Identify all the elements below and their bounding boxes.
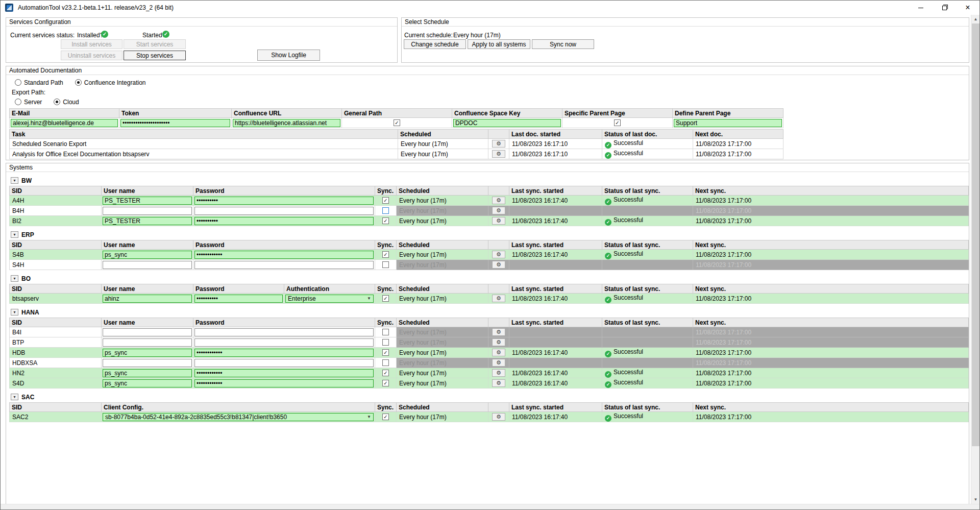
space-key-field[interactable] — [453, 119, 561, 127]
sync-checkbox[interactable]: ✓ — [382, 295, 389, 302]
sync-checkbox[interactable]: ✓ — [382, 380, 389, 386]
client-config-select[interactable]: sb-8077b4ba-0d52-41e4-892a-2c8835ed55c3!… — [103, 413, 374, 421]
group-name-bo: BO — [21, 275, 31, 282]
scroll-down-icon[interactable]: ▼ — [971, 495, 980, 504]
systems-group-toggle-bo: ▾BO — [11, 275, 969, 282]
sync-checkbox[interactable] — [382, 261, 389, 268]
sync-checkbox[interactable]: ✓ — [382, 197, 389, 204]
general-path-checkbox[interactable]: ✓ — [394, 119, 400, 126]
status-text: Successful — [614, 139, 643, 147]
last-doc-started-cell: 11/08/2023 16:17:10 — [509, 149, 602, 159]
collapse-button-erp[interactable]: ▾ — [11, 231, 18, 238]
sync-checkbox[interactable]: ✓ — [382, 370, 389, 376]
doc-task-row: Scheduled Scenario ExportEvery hour (17m… — [10, 139, 783, 149]
collapse-button-hana[interactable]: ▾ — [11, 309, 18, 315]
sync-checkbox[interactable] — [382, 329, 389, 335]
schedule-gear-button[interactable]: ⚙ — [492, 217, 505, 225]
password-input[interactable] — [194, 295, 283, 303]
stop-services-button[interactable]: Stop services — [124, 51, 186, 60]
sync-checkbox[interactable] — [382, 207, 389, 214]
confluence-integration-radio[interactable] — [75, 79, 82, 86]
password-input[interactable] — [194, 338, 374, 347]
sync-checkbox[interactable]: ✓ — [382, 251, 389, 258]
password-input[interactable] — [194, 197, 374, 205]
collapse-button-bw[interactable]: ▾ — [11, 177, 18, 184]
restore-button[interactable] — [933, 1, 956, 15]
sync-now-button[interactable]: Sync now — [532, 39, 594, 49]
username-input[interactable] — [103, 338, 192, 347]
username-input[interactable] — [103, 379, 192, 387]
sync-checkbox[interactable]: ✓ — [382, 414, 389, 420]
username-input[interactable] — [103, 359, 192, 367]
username-input[interactable] — [103, 328, 192, 336]
uninstall-services-button[interactable]: Uninstall services — [61, 51, 122, 60]
username-input[interactable] — [103, 207, 192, 215]
sync-checkbox[interactable]: ✓ — [382, 349, 389, 356]
change-schedule-button[interactable]: Change schedule — [404, 39, 466, 49]
specific-parent-page-checkbox[interactable]: ✓ — [614, 119, 621, 126]
username-input[interactable] — [103, 261, 192, 269]
schedule-gear-button[interactable]: ⚙ — [492, 338, 505, 346]
schedule-gear-button[interactable]: ⚙ — [492, 207, 505, 214]
password-input[interactable] — [194, 328, 374, 336]
parent-page-field[interactable] — [674, 119, 782, 127]
vertical-scrollbar[interactable]: ▲ ▼ — [971, 15, 979, 504]
sync-checkbox[interactable] — [382, 359, 389, 366]
start-services-button[interactable]: Start services — [124, 39, 186, 49]
collapse-button-bo[interactable]: ▾ — [11, 275, 18, 282]
scroll-up-icon[interactable]: ▲ — [971, 15, 980, 23]
password-input[interactable] — [194, 349, 374, 357]
schedule-gear-button[interactable]: ⚙ — [492, 261, 505, 269]
systems-group-toggle-erp: ▾ERP — [11, 231, 969, 238]
username-input[interactable] — [103, 197, 192, 205]
password-input[interactable] — [194, 369, 374, 377]
show-logfile-button[interactable]: Show Logfile — [257, 50, 320, 61]
schedule-gear-button[interactable]: ⚙ — [492, 413, 505, 421]
password-input[interactable] — [194, 379, 374, 387]
schedule-gear-button[interactable]: ⚙ — [492, 197, 505, 204]
username-input[interactable] — [103, 217, 192, 225]
horizontal-scrollbar[interactable] — [1, 504, 979, 509]
confluence-url-field[interactable] — [233, 119, 340, 127]
apply-to-all-systems-button[interactable]: Apply to all systems — [468, 39, 530, 49]
password-input[interactable] — [194, 207, 374, 215]
schedule-gear-button[interactable]: ⚙ — [492, 140, 505, 148]
schedule-gear-button[interactable]: ⚙ — [492, 251, 505, 258]
install-services-button[interactable]: Install services — [61, 39, 122, 49]
schedule-gear-button[interactable]: ⚙ — [492, 150, 505, 158]
schedule-gear-button[interactable]: ⚙ — [492, 359, 505, 367]
username-input[interactable] — [103, 369, 192, 377]
schedule-gear-button[interactable]: ⚙ — [492, 369, 505, 377]
password-input[interactable] — [194, 251, 374, 259]
server-radio[interactable] — [15, 99, 21, 105]
schedule-gear-button[interactable]: ⚙ — [492, 328, 505, 336]
column-header: SID — [10, 318, 102, 327]
column-header: Last sync. started — [509, 240, 602, 250]
status-cell: ✓Successful — [602, 216, 693, 226]
password-input[interactable] — [194, 359, 374, 367]
token-field[interactable] — [120, 119, 230, 127]
username-input[interactable] — [103, 251, 192, 259]
column-header: Next sync. — [693, 318, 969, 327]
standard-path-radio[interactable] — [15, 79, 21, 86]
schedule-gear-button[interactable]: ⚙ — [492, 349, 505, 356]
password-input[interactable] — [194, 217, 374, 225]
schedule-gear-button[interactable]: ⚙ — [492, 295, 505, 302]
username-input[interactable] — [103, 295, 192, 303]
systems-table-sac: SIDClient Config.Sync.ScheduledLast sync… — [9, 402, 969, 422]
username-input[interactable] — [103, 349, 192, 357]
schedule-gear-button[interactable]: ⚙ — [492, 379, 505, 387]
collapse-button-sac[interactable]: ▾ — [11, 394, 18, 400]
email-field[interactable] — [11, 119, 118, 127]
column-header: Last sync. started — [509, 284, 602, 294]
sync-checkbox[interactable] — [382, 339, 389, 346]
authentication-select[interactable]: Enterprise▼ — [285, 295, 374, 303]
close-button[interactable]: × — [956, 1, 979, 15]
scrollbar-thumb[interactable] — [972, 23, 979, 446]
gear-icon: ⚙ — [496, 198, 501, 203]
minimize-button[interactable] — [909, 1, 933, 15]
sync-checkbox[interactable]: ✓ — [382, 217, 389, 224]
password-input[interactable] — [194, 261, 374, 269]
cloud-radio[interactable] — [54, 99, 60, 105]
sid-cell: S4H — [10, 260, 102, 270]
